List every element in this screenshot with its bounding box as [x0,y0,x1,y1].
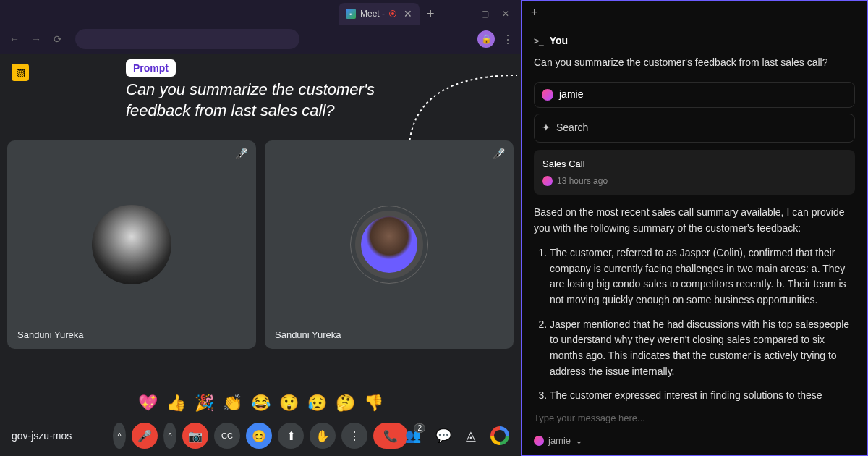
tab-title: Meet - [360,9,385,19]
chevron-down-icon: ⌄ [575,435,583,446]
muted-icon: 🎤̸ [235,148,247,159]
url-bar: ← → ⟳ 🔒 ⋮ [0,25,521,54]
camera-button[interactable]: 📷 [182,423,208,449]
jamie-avatar-icon [534,436,544,446]
reaction-wow[interactable]: 😲 [279,394,299,413]
recording-icon [389,10,396,17]
list-item: The customer expressed interest in findi… [550,388,855,405]
panel-tabbar: + [522,1,867,23]
mic-options-button[interactable]: ^ [113,423,126,449]
profile-avatar[interactable]: 🔒 [477,30,495,48]
back-button[interactable]: ← [7,33,22,45]
browser-tab[interactable]: ▪ Meet - ✕ [339,3,420,25]
new-tab-button[interactable]: + [427,3,435,25]
card-title: Sales Call [542,157,846,172]
user-message: Can you summarize the customer's feedbac… [534,55,855,71]
meeting-id: gov-jszu-mos [12,430,72,442]
ai-panel: + >_ You Can you summarize the customer'… [521,0,868,456]
reaction-thinking[interactable]: 🤔 [336,394,355,413]
reaction-party[interactable]: 🎉 [195,394,214,413]
browser-menu-button[interactable]: ⋮ [502,33,514,46]
avatar [92,205,171,284]
muted-icon: 🎤̸ [493,148,505,159]
participant-name: Sanduni Yureka [17,329,84,340]
search-label: Search [556,120,588,136]
list-item: Jasper mentioned that he had discussions… [550,317,855,380]
present-button[interactable]: ⬆ [278,423,304,449]
hangup-button[interactable]: 📞 [373,423,408,449]
prompt-icon: >_ [534,35,544,48]
panel-footer[interactable]: jamie ⌄ [522,431,867,455]
panel-new-tab-button[interactable]: + [531,6,537,19]
list-item: The customer, referred to as Jasper (Col… [550,245,855,308]
reaction-thumbsup[interactable]: 👍 [166,394,186,413]
captions-button[interactable]: CC [214,423,240,449]
participant-tile[interactable]: 🎤̸ Sanduni Yureka [265,140,514,349]
reaction-clap[interactable]: 👏 [223,394,242,413]
reaction-heart[interactable]: 💖 [138,394,158,413]
raise-hand-button[interactable]: ✋ [310,423,336,449]
reload-button[interactable]: ⟳ [51,33,65,45]
ai-intro: Based on the most recent sales call summ… [534,205,855,236]
close-window-button[interactable]: ✕ [502,9,509,19]
jamie-avatar-icon [542,89,553,101]
ai-header[interactable]: jamie [534,82,855,108]
footer-name: jamie [548,435,571,446]
ai-name: jamie [559,87,583,103]
minimize-button[interactable]: — [459,9,468,19]
sparkle-icon: ✦ [542,120,550,136]
avatar [355,211,423,279]
meet-favicon-icon: ▪ [346,9,356,19]
more-button[interactable]: ⋮ [341,423,367,449]
card-time: 13 hours ago [557,174,608,188]
camera-options-button[interactable]: ^ [163,423,176,449]
reaction-thumbsdown[interactable]: 👎 [364,394,383,413]
browser-tabbar: ▪ Meet - ✕ + — ▢ ✕ [0,0,521,25]
host-controls-button[interactable] [490,426,509,445]
chat-button[interactable]: 💬 [435,428,451,444]
reaction-laugh[interactable]: 😂 [251,394,271,413]
activities-button[interactable]: ◬ [466,428,476,444]
prompt-badge: Prompt [126,59,176,77]
emoji-button[interactable]: 😊 [246,423,272,449]
people-count: 2 [414,423,425,433]
user-label: >_ You [534,33,855,49]
participant-tile[interactable]: 🎤̸ Sanduni Yureka [7,140,256,349]
source-card[interactable]: Sales Call 13 hours ago [534,150,855,195]
close-tab-button[interactable]: ✕ [404,8,412,20]
maximize-button[interactable]: ▢ [481,9,489,19]
source-icon [542,176,553,186]
you-text: You [550,33,568,49]
reaction-sad[interactable]: 😥 [307,394,327,413]
participant-name: Sanduni Yureka [275,329,341,340]
message-input[interactable]: Type your message here... [522,405,867,431]
ai-points-list: The customer, referred to as Jasper (Col… [534,245,855,405]
reactions-bar: 💖 👍 🎉 👏 😂 😲 😥 🤔 👎 [138,394,383,413]
present-icon[interactable]: ▧ [12,64,29,81]
address-input[interactable] [75,29,299,49]
forward-button[interactable]: → [29,33,43,45]
prompt-text: Can you summarize the customer's feedbac… [126,80,401,121]
people-button[interactable]: 👥2 [405,428,421,444]
meet-bottom-bar: gov-jszu-mos ^ 🎤 ^ 📷 CC 😊 ⬆ ✋ ⋮ 📞 ⓘ 👥2 💬… [0,415,521,456]
meet-area: ▧ Prompt Can you summarize the customer'… [0,54,521,456]
search-step[interactable]: ✦ Search [534,114,855,143]
mic-button[interactable]: 🎤 [132,423,158,449]
